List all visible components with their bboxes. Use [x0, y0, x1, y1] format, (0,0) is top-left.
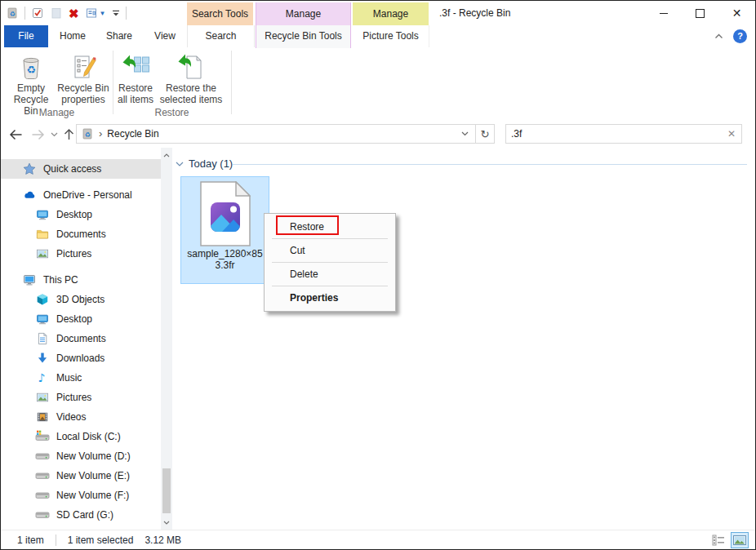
button-label: Empty — [17, 82, 45, 94]
sidebar-item-3d-objects[interactable]: 3D Objects — [1, 290, 161, 309]
sidebar-item-downloads[interactable]: Downloads — [1, 348, 161, 368]
context-menu-item-delete[interactable]: Delete — [265, 263, 395, 286]
recent-locations-chevron-icon[interactable] — [51, 132, 58, 137]
forward-icon[interactable] — [31, 128, 45, 140]
breadcrumb-chevron-icon[interactable]: › — [99, 127, 102, 140]
help-icon[interactable]: ? — [733, 29, 747, 43]
drive-icon — [35, 490, 50, 501]
explorer-window: ♻ ✖ ▼ Search Tools Manage Manage .3f - R… — [0, 0, 756, 550]
search-clear-icon[interactable]: ✕ — [727, 128, 736, 140]
customize-toolbar-icon[interactable] — [112, 10, 120, 17]
context-menu-item-restore[interactable]: Restore — [265, 215, 395, 238]
tab-picture-tools[interactable]: Picture Tools — [353, 25, 429, 47]
ribbon-group-separator — [231, 51, 232, 114]
chevron-down-icon[interactable] — [176, 162, 184, 166]
tab-share[interactable]: Share — [97, 25, 141, 47]
button-label: all items — [118, 94, 153, 105]
sidebar-item-label: Documents — [56, 228, 106, 240]
tab-view[interactable]: View — [145, 25, 185, 47]
ribbon-group-separator — [113, 51, 113, 114]
search-box[interactable]: ✕ — [505, 124, 742, 144]
back-icon[interactable] — [9, 128, 23, 140]
pictures-icon — [35, 391, 50, 404]
ribbon: ♻ Empty Recycle Bin Recycle Bin properti… — [1, 47, 755, 122]
sidebar-item-desktop-pc[interactable]: Desktop — [1, 309, 161, 329]
desktop-icon — [35, 208, 50, 221]
sidebar-item-desktop[interactable]: Desktop — [1, 205, 161, 224]
sidebar-item-documents-pc[interactable]: Documents — [1, 329, 161, 348]
scroll-down-icon[interactable] — [161, 517, 172, 528]
refresh-icon[interactable]: ↻ — [476, 128, 494, 140]
ribbon-group-restore: Restore — [113, 107, 231, 118]
document-icon — [35, 332, 50, 345]
thumbnail-view-icon[interactable] — [731, 532, 749, 548]
context-menu-item-cut[interactable]: Cut — [265, 239, 395, 262]
desktop-icon — [35, 313, 50, 326]
sidebar-item-pictures[interactable]: Pictures — [1, 244, 161, 264]
music-note-icon: ♪ — [35, 371, 50, 384]
up-icon[interactable] — [63, 128, 75, 141]
context-menu-item-properties[interactable]: Properties — [265, 286, 395, 309]
properties-icon[interactable]: ▼ — [85, 7, 106, 20]
file-list-area: Today (1) — [172, 148, 755, 530]
button-label: Recycle Bin — [57, 82, 109, 94]
group-header-label: Today (1) — [189, 157, 233, 170]
sidebar-item-new-volume-f[interactable]: New Volume (F:) — [1, 486, 161, 505]
dropdown-arrow-icon: ▼ — [100, 10, 106, 17]
sidebar-item-onedrive[interactable]: OneDrive - Personal — [1, 185, 161, 205]
sidebar-item-label: Documents — [56, 333, 106, 344]
tab-search[interactable]: Search — [187, 25, 255, 47]
restore-selected-icon — [156, 50, 226, 81]
drive-icon — [35, 470, 50, 481]
status-divider — [56, 534, 56, 546]
button-label: properties — [61, 94, 105, 105]
svg-text:♪: ♪ — [38, 371, 46, 384]
address-bar[interactable]: ♻ › Recycle Bin ↻ — [76, 124, 495, 144]
sidebar-item-new-volume-e[interactable]: New Volume (E:) — [1, 466, 161, 486]
recycle-bin-properties-button[interactable]: Recycle Bin properties — [56, 50, 110, 105]
recycle-bin-location-icon: ♻ — [81, 127, 94, 140]
maximize-button[interactable] — [682, 1, 718, 25]
selection-count: 1 item selected — [68, 534, 134, 546]
breadcrumb[interactable]: Recycle Bin — [107, 128, 158, 140]
sidebar-item-documents[interactable]: Documents — [1, 224, 161, 244]
sidebar-item-local-disk-c[interactable]: Local Disk (C:) — [1, 427, 161, 446]
details-view-icon[interactable] — [709, 532, 727, 548]
delete-x-icon[interactable]: ✖ — [69, 7, 79, 20]
tab-recycle-bin-tools[interactable]: Recycle Bin Tools — [256, 25, 351, 48]
collapse-ribbon-icon[interactable] — [714, 33, 723, 39]
restore-selected-items-button[interactable]: Restore the selected items — [156, 50, 226, 105]
sidebar-scrollbar[interactable] — [161, 148, 172, 530]
toolbar-separator — [24, 7, 25, 20]
sidebar-item-quick-access[interactable]: Quick access — [1, 159, 161, 179]
button-label: Restore — [118, 82, 153, 94]
sidebar-item-videos[interactable]: Videos — [1, 407, 161, 427]
sidebar-item-sd-card-g[interactable]: SD Card (G:) — [1, 505, 161, 525]
delete-confirm-icon[interactable] — [31, 7, 44, 20]
sidebar-item-this-pc[interactable]: This PC — [1, 270, 161, 290]
sidebar-item-pictures-pc[interactable]: Pictures — [1, 388, 161, 407]
scrollbar-thumb[interactable] — [162, 468, 171, 513]
group-divider-line — [233, 164, 747, 165]
search-input[interactable] — [506, 128, 727, 140]
sidebar-item-music[interactable]: ♪ Music — [1, 368, 161, 388]
star-icon — [22, 162, 37, 175]
scroll-up-icon[interactable] — [161, 149, 172, 161]
file-item-selected[interactable]: sample_1280×85 3.3fr — [180, 176, 269, 284]
close-button[interactable]: ✕ — [718, 1, 755, 25]
group-header-today[interactable]: Today (1) — [176, 157, 233, 170]
view-toggle-buttons — [709, 532, 749, 548]
item-count: 1 item — [17, 534, 44, 546]
recycle-bin-properties-icon — [56, 50, 110, 81]
tab-file[interactable]: File — [4, 25, 48, 47]
sidebar-item-new-volume-d[interactable]: New Volume (D:) — [1, 446, 161, 466]
address-dropdown-icon[interactable] — [461, 131, 469, 136]
quick-access-toolbar: ♻ ✖ ▼ — [6, 1, 127, 25]
restore-all-items-button[interactable]: Restore all items — [116, 50, 155, 105]
blank-page-icon[interactable] — [50, 7, 63, 20]
minimize-button[interactable] — [645, 1, 682, 25]
folder-icon — [35, 228, 50, 241]
tab-home[interactable]: Home — [51, 25, 94, 47]
recycle-bin-window-icon: ♻ — [6, 7, 19, 20]
drive-icon — [35, 509, 50, 521]
